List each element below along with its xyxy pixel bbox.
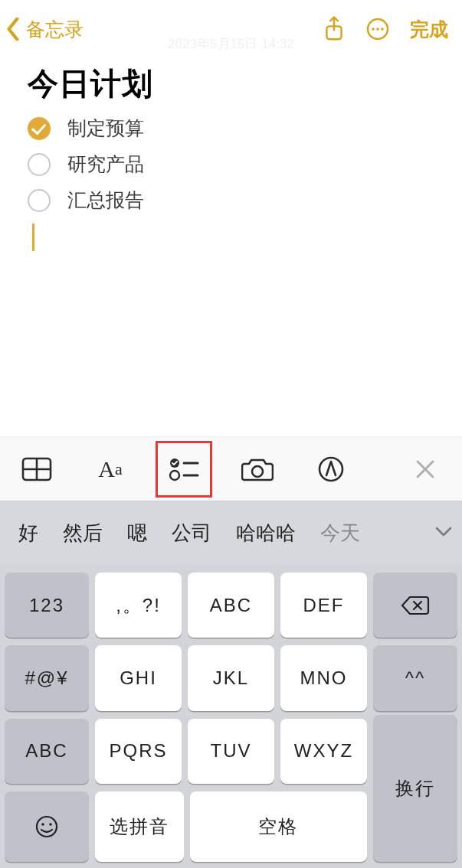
key-emoji[interactable] (5, 791, 89, 862)
markup-icon (317, 455, 345, 483)
key-tuv[interactable]: TUV (188, 719, 274, 784)
candidate-word[interactable]: 今天 (308, 520, 372, 547)
done-button[interactable]: 完成 (410, 17, 448, 42)
note-body[interactable]: 今日计划 制定预算 研究产品 汇总报告 (0, 54, 462, 436)
key-pqrs[interactable]: PQRS (95, 719, 182, 784)
table-button[interactable] (18, 451, 55, 488)
key-wxyz[interactable]: WXYZ (280, 719, 367, 784)
close-icon (414, 458, 436, 480)
checkbox-unchecked-icon[interactable] (28, 189, 51, 212)
checklist-item[interactable]: 制定预算 (28, 116, 434, 141)
camera-icon (241, 456, 274, 482)
checklist-item[interactable]: 汇总报告 (28, 188, 434, 213)
share-icon (323, 15, 346, 43)
back-label: 备忘录 (26, 17, 84, 42)
key-enter[interactable]: 换行 (373, 715, 457, 862)
expand-candidates-button[interactable] (434, 526, 453, 541)
ellipsis-circle-icon (365, 17, 390, 41)
camera-button[interactable] (239, 451, 276, 488)
key-jkl[interactable]: JKL (188, 645, 274, 710)
checklist-item-text[interactable]: 研究产品 (67, 152, 144, 177)
table-icon (21, 457, 52, 481)
svg-point-3 (376, 28, 379, 31)
text-cursor (32, 224, 34, 251)
candidate-word[interactable]: 哈哈哈 (224, 520, 308, 547)
key-123[interactable]: 123 (5, 573, 89, 638)
svg-point-10 (170, 471, 179, 480)
share-button[interactable] (323, 15, 346, 43)
candidate-word[interactable]: 然后 (51, 520, 115, 547)
key-def[interactable]: DEF (280, 573, 367, 638)
candidate-word[interactable]: 嗯 (115, 520, 159, 547)
key-symbols[interactable]: #@¥ (5, 645, 89, 710)
key-abc[interactable]: ABC (5, 719, 89, 784)
text-format-button[interactable]: Aa (92, 451, 129, 488)
checklist-item[interactable]: 研究产品 (28, 152, 434, 177)
key-ghi[interactable]: GHI (95, 645, 182, 710)
key-space[interactable]: 空格 (190, 791, 367, 862)
key-backspace[interactable] (373, 573, 457, 638)
format-glyph-large: A (98, 456, 115, 482)
candidate-word[interactable]: 好 (6, 520, 51, 547)
note-title[interactable]: 今日计划 (28, 63, 434, 105)
emoji-icon (34, 814, 59, 839)
chevron-left-icon (6, 18, 20, 41)
svg-point-18 (37, 817, 57, 837)
candidate-word[interactable]: 公司 (159, 520, 224, 547)
svg-point-19 (41, 823, 44, 826)
svg-point-2 (372, 28, 375, 31)
format-glyph-small: a (115, 459, 123, 479)
chevron-down-icon (434, 526, 453, 538)
key-abc2[interactable]: ABC (188, 573, 274, 638)
key-mno[interactable]: MNO (280, 645, 367, 710)
checkbox-unchecked-icon[interactable] (28, 153, 51, 176)
more-button[interactable] (365, 17, 390, 41)
key-select-pinyin[interactable]: 选拼音 (95, 791, 184, 862)
key-face[interactable]: ^^ (373, 645, 457, 710)
checklist-button[interactable] (165, 451, 202, 488)
checkbox-checked-icon[interactable] (28, 117, 51, 140)
back-button[interactable]: 备忘录 (6, 17, 84, 42)
format-toolbar: Aa (0, 436, 462, 501)
candidate-bar: 好 然后 嗯 公司 哈哈哈 今天 (0, 501, 462, 565)
svg-point-4 (381, 28, 384, 31)
backspace-icon (401, 596, 430, 615)
markup-button[interactable] (313, 451, 349, 488)
checklist-icon (169, 456, 199, 482)
svg-point-12 (252, 466, 263, 477)
nav-bar: 备忘录 完成 (0, 0, 462, 54)
checklist-item-text[interactable]: 汇总报告 (67, 188, 144, 213)
key-punct[interactable]: ,。?! (95, 573, 182, 638)
checklist-item-text[interactable]: 制定预算 (67, 116, 144, 141)
svg-point-20 (49, 823, 52, 826)
dismiss-keyboard-button[interactable] (407, 451, 444, 488)
